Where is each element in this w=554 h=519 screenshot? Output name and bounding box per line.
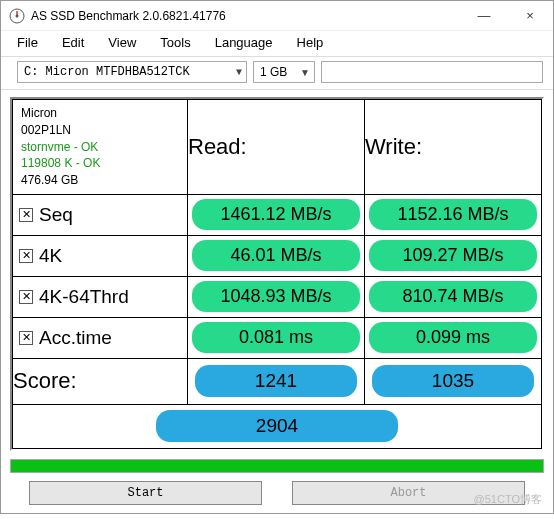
chevron-down-icon: ▼ — [236, 67, 242, 78]
header-read: Read: — [188, 100, 365, 195]
seq-write: 1152.16 MB/s — [369, 199, 536, 230]
4k64-read: 1048.93 MB/s — [192, 281, 359, 312]
4k-read: 46.01 MB/s — [192, 240, 359, 271]
row-total: 2904 — [13, 404, 542, 448]
toolbar: C: Micron MTFDHBA512TCK ▼ 1 GB ▼ — [1, 57, 553, 90]
label-seq: Seq — [39, 204, 73, 226]
size-select[interactable]: 1 GB ▼ — [253, 61, 315, 83]
window-title: AS SSD Benchmark 2.0.6821.41776 — [31, 9, 226, 23]
4k-write: 109.27 MB/s — [369, 240, 536, 271]
label-4k64: 4K-64Thrd — [39, 286, 129, 308]
device-serial: 002P1LN — [21, 122, 179, 139]
start-button[interactable]: Start — [29, 481, 262, 505]
checkbox-4k64[interactable]: ✕ — [19, 290, 33, 304]
app-icon — [9, 8, 25, 24]
row-4k64: ✕ 4K-64Thrd 1048.93 MB/s 810.74 MB/s — [13, 276, 542, 317]
results-panel: Micron 002P1LN stornvme - OK 119808 K - … — [10, 97, 544, 451]
menu-view[interactable]: View — [108, 35, 136, 50]
score-write: 1035 — [372, 365, 534, 397]
text-input[interactable] — [321, 61, 543, 83]
header-write: Write: — [365, 100, 542, 195]
acc-read: 0.081 ms — [192, 322, 359, 353]
menu-help[interactable]: Help — [297, 35, 324, 50]
device-capacity: 476.94 GB — [21, 172, 179, 189]
checkbox-seq[interactable]: ✕ — [19, 208, 33, 222]
acc-write: 0.099 ms — [369, 322, 536, 353]
titlebar: AS SSD Benchmark 2.0.6821.41776 — × — [1, 1, 553, 31]
row-seq: ✕ Seq 1461.12 MB/s 1152.16 MB/s — [13, 194, 542, 235]
size-select-value: 1 GB — [260, 65, 287, 79]
minimize-button[interactable]: — — [461, 1, 507, 31]
score-label: Score: — [13, 358, 188, 404]
drive-select[interactable]: C: Micron MTFDHBA512TCK ▼ — [17, 61, 247, 83]
row-4k: ✕ 4K 46.01 MB/s 109.27 MB/s — [13, 235, 542, 276]
close-button[interactable]: × — [507, 1, 553, 31]
menu-file[interactable]: File — [17, 35, 38, 50]
menu-language[interactable]: Language — [215, 35, 273, 50]
device-info-cell: Micron 002P1LN stornvme - OK 119808 K - … — [13, 100, 188, 195]
menu-tools[interactable]: Tools — [160, 35, 190, 50]
menu-edit[interactable]: Edit — [62, 35, 84, 50]
watermark: @51CTO博客 — [474, 492, 542, 507]
4k64-write: 810.74 MB/s — [369, 281, 536, 312]
label-4k: 4K — [39, 245, 62, 267]
menubar: File Edit View Tools Language Help — [1, 31, 553, 57]
row-score: Score: 1241 1035 — [13, 358, 542, 404]
device-model: Micron — [21, 105, 179, 122]
window-controls: — × — [461, 1, 553, 31]
label-acc: Acc.time — [39, 327, 112, 349]
row-acc: ✕ Acc.time 0.081 ms 0.099 ms — [13, 317, 542, 358]
score-read: 1241 — [195, 365, 357, 397]
chevron-down-icon: ▼ — [300, 67, 310, 78]
score-total: 2904 — [156, 410, 399, 442]
checkbox-acc[interactable]: ✕ — [19, 331, 33, 345]
driver-status: stornvme - OK — [21, 139, 179, 156]
checkbox-4k[interactable]: ✕ — [19, 249, 33, 263]
progress-bar — [10, 459, 544, 473]
drive-select-value: C: Micron MTFDHBA512TCK — [24, 65, 190, 79]
svg-point-1 — [16, 14, 19, 17]
align-status: 119808 K - OK — [21, 155, 179, 172]
seq-read: 1461.12 MB/s — [192, 199, 359, 230]
